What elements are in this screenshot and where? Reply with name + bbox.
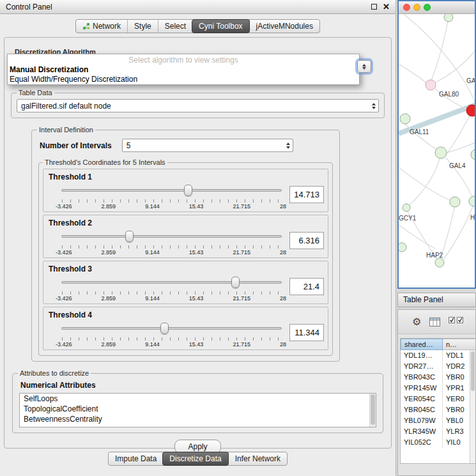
- gear-icon[interactable]: ⚙: [412, 317, 421, 327]
- combo-stepper-icon: [369, 103, 378, 109]
- network-node-gal4[interactable]: [435, 147, 447, 158]
- attribute-list-item[interactable]: BetweennessCentrality: [20, 414, 376, 424]
- select-rows-icon[interactable]: [449, 317, 464, 326]
- columns-icon[interactable]: [429, 318, 440, 326]
- table-scrollbar[interactable]: [470, 350, 475, 463]
- network-icon: [82, 22, 90, 30]
- network-node[interactable]: [450, 197, 460, 207]
- slider-thumb[interactable]: [160, 323, 169, 334]
- network-node-gal80[interactable]: [426, 80, 436, 90]
- network-node-h[interactable]: [469, 196, 475, 206]
- threshold-slider[interactable]: -3.4262.8599.14415.4321.71528: [61, 321, 282, 349]
- threshold-slider[interactable]: -3.4262.8599.14415.4321.71528: [61, 229, 282, 257]
- tab-label: Style: [134, 22, 151, 31]
- number-of-intervals-label: Number of Intervals: [40, 141, 112, 150]
- threshold-value-field[interactable]: 6.316: [289, 232, 324, 249]
- dropdown-item-manual-discretization[interactable]: Manual Discretization: [8, 65, 359, 75]
- network-edge[interactable]: [409, 158, 440, 205]
- network-node-hap2[interactable]: [435, 258, 444, 267]
- threshold-slider[interactable]: -3.4262.8599.14415.4321.71528: [61, 183, 282, 211]
- network-node[interactable]: [471, 150, 475, 160]
- cell-shared-name: YER054C: [401, 394, 443, 404]
- mac-close-icon[interactable]: [403, 4, 410, 11]
- algorithm-dropdown-popup: Select algorithm to view settings Manual…: [7, 54, 360, 85]
- slider-ticks: [62, 291, 281, 295]
- threshold-value-field[interactable]: 21.4: [289, 278, 324, 295]
- cell-shared-name: YDL19…: [401, 350, 443, 361]
- table-header-row: shared… n…: [401, 339, 475, 350]
- tab-label: jActiveMNodules: [256, 22, 313, 31]
- network-node-gal11[interactable]: [400, 114, 410, 124]
- control-panel-titlebar[interactable]: Control Panel ✕: [0, 0, 395, 14]
- table-row[interactable]: YBR043CYBR0: [401, 372, 475, 383]
- node-label: GAL4: [449, 162, 466, 169]
- tab-select[interactable]: Select: [158, 20, 192, 33]
- table-panel-header[interactable]: Table Panel: [397, 293, 476, 307]
- network-edge[interactable]: [399, 167, 450, 200]
- mac-zoom-icon[interactable]: [424, 4, 431, 11]
- slider-track: [61, 281, 282, 284]
- table-row[interactable]: YBL079WYBL0: [401, 415, 475, 426]
- control-panel-window: Control Panel ✕ NetworkStyleSelectCyni T…: [0, 0, 396, 476]
- column-header-name[interactable]: n…: [443, 339, 475, 350]
- network-window-titlebar[interactable]: [399, 1, 475, 14]
- tab-style[interactable]: Style: [127, 20, 158, 33]
- slider-tick-labels: -3.4262.8599.14415.4321.71528: [56, 249, 286, 256]
- tab-impute-data[interactable]: Impute Data: [109, 452, 163, 465]
- attribute-list-item[interactable]: SelfLoops: [20, 394, 376, 404]
- threshold-slider[interactable]: -3.4262.8599.14415.4321.71528: [61, 275, 282, 303]
- app-root: Control Panel ✕ NetworkStyleSelectCyni T…: [0, 0, 476, 476]
- attribute-list-item[interactable]: TopologicalCoefficient: [20, 404, 376, 414]
- tab-discretize-data[interactable]: Discretize Data: [162, 452, 228, 466]
- tick-label: 28: [280, 249, 286, 256]
- table-row[interactable]: YDL19…YDL1: [401, 350, 475, 361]
- cell-shared-name: YBR045C: [401, 404, 443, 415]
- network-node[interactable]: [399, 243, 406, 252]
- network-edge[interactable]: [441, 208, 454, 258]
- algorithm-combo-stepper[interactable]: [357, 60, 371, 73]
- table-row[interactable]: YDR27…YDR2: [401, 361, 475, 372]
- network-node-ga[interactable]: [466, 105, 475, 116]
- close-icon[interactable]: ✕: [383, 3, 390, 11]
- table-row[interactable]: YIL052CYIL0: [401, 437, 475, 448]
- slider-tick-labels: -3.4262.8599.14415.4321.71528: [56, 295, 286, 302]
- slider-thumb[interactable]: [125, 231, 134, 242]
- slider-thumb[interactable]: [231, 277, 240, 288]
- scrollbar-thumb[interactable]: [471, 351, 475, 391]
- number-of-intervals-combo[interactable]: 5: [122, 139, 293, 152]
- tab-jactivemnodules[interactable]: jActiveMNodules: [249, 20, 319, 33]
- network-node-gcy1[interactable]: [403, 204, 410, 211]
- node-label: GCY1: [399, 215, 417, 222]
- threshold-value-field[interactable]: 11.344: [289, 324, 324, 341]
- table-row[interactable]: YBR045CYBR0: [401, 404, 475, 415]
- network-node[interactable]: [444, 14, 453, 22]
- scrollbar-thumb[interactable]: [371, 394, 375, 425]
- list-scrollbar[interactable]: [369, 394, 376, 427]
- dropdown-item-equal-width-frequency[interactable]: Equal Width/Frequency Discretization: [8, 75, 359, 84]
- slider-thumb[interactable]: [184, 185, 192, 196]
- threshold-value-field[interactable]: 14.713: [289, 186, 324, 203]
- network-canvas[interactable]: GAL80GAGAL11GAL4GCY1HHAP2: [399, 14, 475, 288]
- tab-infer-network[interactable]: Infer Network: [228, 452, 287, 465]
- tick-label: 21.715: [233, 295, 250, 302]
- table-row[interactable]: YER054CYER0: [401, 394, 475, 404]
- table-row[interactable]: YPR145WYPR1: [401, 383, 475, 394]
- tick-label: 21.715: [233, 249, 250, 256]
- mac-minimize-icon[interactable]: [413, 4, 420, 11]
- tab-cyni-toolbox[interactable]: Cyni Toolbox: [192, 19, 249, 33]
- numerical-attributes-label: Numerical Attributes: [20, 381, 378, 390]
- node-label: GAL11: [410, 128, 429, 135]
- window-title: Control Panel: [6, 3, 52, 12]
- tick-label: 21.715: [233, 341, 250, 348]
- float-window-icon[interactable]: [371, 4, 377, 10]
- tab-network[interactable]: Network: [76, 20, 127, 33]
- tick-label: 28: [280, 203, 286, 210]
- numerical-attributes-list[interactable]: SelfLoopsTopologicalCoefficientBetweenne…: [19, 393, 376, 427]
- table-data-combo[interactable]: galFiltered.sif default node: [17, 99, 379, 112]
- column-header-shared-name[interactable]: shared…: [401, 339, 443, 350]
- network-edge[interactable]: [399, 64, 426, 83]
- tick-label: 2.859: [102, 249, 116, 256]
- table-row[interactable]: YLR345WYLR3: [401, 426, 475, 437]
- thresholds-group: Threshold's Coordinates for 5 Intervals …: [38, 158, 333, 356]
- table-data-combo-value: galFiltered.sif default node: [21, 102, 369, 111]
